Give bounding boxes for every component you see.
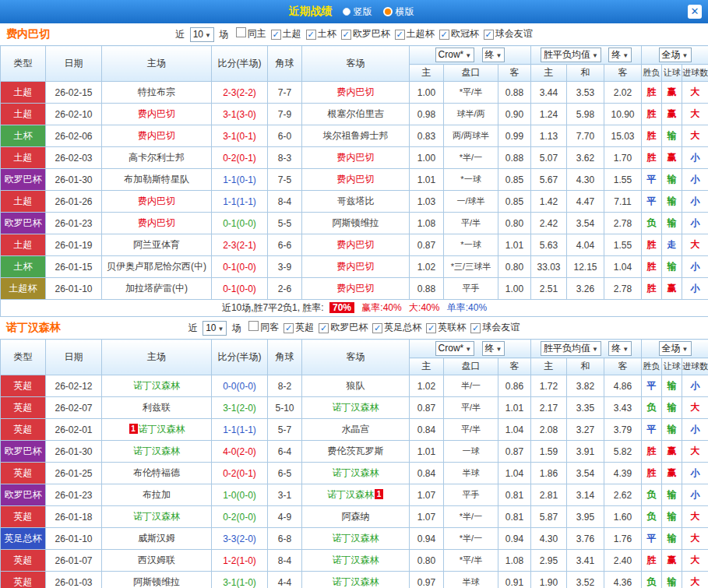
analyzed-team-link[interactable]: 诺丁汉森林 [133, 445, 180, 456]
opponent-team-link[interactable]: 布拉加 [143, 489, 171, 500]
analyzed-team-link[interactable]: 诺丁汉森林 [333, 402, 379, 413]
avg-select[interactable]: 胜平负均值▼ [541, 48, 601, 62]
analyzed-team-link[interactable]: 诺丁汉森林 [333, 555, 379, 565]
close-button[interactable]: ✕ [688, 5, 702, 19]
analyzed-team-link[interactable]: 诺丁汉森林 [133, 380, 180, 391]
games-count-select[interactable]: 10▼ [203, 321, 227, 336]
analyzed-team-link[interactable]: 诺丁汉森林 [327, 489, 374, 500]
sub-avg-draw: 和 [567, 358, 604, 375]
opponent-team-link[interactable]: 加拉塔萨雷(中) [125, 283, 188, 294]
result-goals: 大 [682, 125, 708, 147]
analyzed-team-link[interactable]: 费内巴切 [138, 195, 175, 206]
analyzed-team-link[interactable]: 诺丁汉森林 [139, 424, 185, 435]
avg-time-select[interactable]: 终▼ [608, 48, 632, 62]
filter-checkbox[interactable]: ✓土超杯 [395, 28, 435, 39]
filter-checkbox[interactable]: ✓土超 [271, 28, 301, 39]
opponent-team-link[interactable]: 特拉布宗 [138, 86, 175, 97]
layout-radio-vertical[interactable]: 竖版 [343, 5, 372, 19]
avg-draw-odds: 3.95 [567, 506, 604, 528]
opponent-team-link[interactable]: 贝伊奥卢耶尼恰尔西(中) [107, 261, 206, 272]
opponent-team-link[interactable]: 埃尔祖鲁姆士邦 [323, 130, 389, 141]
checkbox-checked-icon: ✓ [341, 30, 351, 40]
result-outcome: 胜 [642, 463, 662, 484]
match-date: 26-01-10 [46, 528, 102, 550]
radio-horizontal-label: 横版 [396, 5, 414, 19]
avg-time-select[interactable]: 终▼ [608, 341, 632, 356]
analyzed-team-link[interactable]: 费内巴切 [337, 86, 375, 97]
away-team-cell: 费内巴切 [302, 169, 410, 191]
result-handicap: 输 [662, 125, 682, 147]
bookmaker-select[interactable]: Crow*▼ [435, 341, 475, 356]
analyzed-team-link[interactable]: 费内巴切 [138, 108, 175, 119]
analyzed-team-link[interactable]: 费内巴切 [337, 239, 375, 250]
chevron-down-icon: ▼ [496, 346, 502, 353]
team1-filter-bar: 费内巴切 近 10▼ 场 同主✓土超✓土杯✓欧罗巴杯✓土超杯✓欧冠杯✓球会友谊 [0, 23, 708, 45]
filter-checkbox[interactable]: ✓欧冠杯 [439, 28, 479, 39]
opponent-team-link[interactable]: 水晶宫 [342, 424, 370, 435]
layout-radio-horizontal[interactable]: 横版 [383, 5, 414, 19]
opponent-team-link[interactable]: 费伦茨瓦罗斯 [328, 445, 384, 456]
filter-checkbox[interactable]: 同客 [248, 322, 279, 333]
match-date: 26-01-30 [46, 169, 102, 191]
analyzed-team-link[interactable]: 诺丁汉森林 [333, 467, 379, 478]
match-row: 土杯26-01-15贝伊奥卢耶尼恰尔西(中)0-1(0-0)3-9费内巴切1.0… [1, 256, 708, 278]
analyzed-team-link[interactable]: 费内巴切 [337, 261, 375, 272]
home-odds: 0.87 [410, 234, 444, 256]
odds-time-select[interactable]: 终▼ [482, 341, 505, 356]
opponent-team-link[interactable]: 西汉姆联 [138, 555, 175, 565]
filter-checkbox[interactable]: ✓英联杯 [426, 322, 466, 333]
away-team-cell: 诺丁汉森林 [302, 463, 410, 484]
sub-home-odds: 主 [410, 358, 444, 375]
opponent-team-link[interactable]: 高卡尔利士邦 [129, 152, 185, 163]
result-outcome: 平 [642, 419, 662, 441]
opponent-team-link[interactable]: 根塞尔伯里吉 [328, 108, 384, 119]
filter-checkbox[interactable]: ✓欧罗巴杯 [341, 28, 390, 39]
analyzed-team-link[interactable]: 诺丁汉森林 [333, 533, 379, 544]
filter-checkbox[interactable]: ✓欧罗巴杯 [319, 322, 368, 333]
match-date: 26-02-07 [46, 397, 102, 419]
corner-count: 8-3 [268, 147, 302, 169]
opponent-team-link[interactable]: 阿斯顿维拉 [133, 576, 180, 587]
col-type: 类型 [1, 340, 46, 375]
match-row: 欧罗巴杯26-01-30诺丁汉森林4-0(2-0)6-4费伦茨瓦罗斯1.01一球… [1, 441, 708, 463]
result-handicap: 输 [662, 375, 682, 397]
games-count-select[interactable]: 10▼ [190, 27, 214, 42]
opponent-team-link[interactable]: 利兹联 [143, 402, 171, 413]
fullmatch-select[interactable]: 全场▼ [659, 341, 692, 356]
odds-time-select[interactable]: 终▼ [482, 48, 505, 62]
filter-checkbox[interactable]: 同主 [236, 28, 266, 39]
fullmatch-select[interactable]: 全场▼ [659, 48, 692, 62]
filter-checkbox[interactable]: ✓英足总杯 [372, 322, 421, 333]
opponent-team-link[interactable]: 阿兰亚体育 [133, 239, 180, 250]
filter-checkbox[interactable]: ✓英超 [284, 322, 314, 333]
analyzed-team-link[interactable]: 诺丁汉森林 [133, 511, 180, 522]
avg-away-odds: 1.76 [604, 528, 642, 550]
opponent-team-link[interactable]: 狼队 [347, 380, 365, 391]
opponent-team-link[interactable]: 阿斯顿维拉 [333, 217, 379, 228]
avg-draw-odds: 3.53 [567, 82, 604, 104]
opponent-team-link[interactable]: 威斯汉姆 [138, 533, 175, 544]
filter-checkbox[interactable]: ✓土杯 [306, 28, 336, 39]
radio-vertical-label: 竖版 [354, 5, 372, 19]
analyzed-team-link[interactable]: 费内巴切 [138, 217, 175, 228]
avg-select[interactable]: 胜平负均值▼ [541, 341, 601, 356]
opponent-team-link[interactable]: 布伦特福德 [133, 467, 180, 478]
filter-checkbox[interactable]: ✓球会友谊 [470, 322, 520, 333]
analyzed-team-link[interactable]: 诺丁汉森林 [333, 576, 379, 587]
analyzed-team-link[interactable]: 费内巴切 [138, 130, 175, 141]
match-row: 土超26-01-26费内巴切1-1(1-1)8-4哥兹塔比1.03一/球半0.8… [1, 191, 708, 213]
filter-checkbox[interactable]: ✓球会友谊 [484, 28, 533, 39]
games-suffix: 场 [219, 28, 228, 39]
analyzed-team-link[interactable]: 费内巴切 [337, 174, 375, 185]
opponent-team-link[interactable]: 布加勒斯特星队 [124, 174, 189, 185]
home-odds: 1.03 [410, 191, 444, 213]
opponent-team-link[interactable]: 哥兹塔比 [337, 195, 375, 206]
result-handicap: 输 [662, 484, 682, 506]
opponent-team-link[interactable]: 阿森纳 [342, 511, 370, 522]
big-goals-rate: 大:40% [409, 302, 439, 313]
col-home: 主场 [102, 46, 212, 82]
analyzed-team-link[interactable]: 费内巴切 [337, 283, 375, 294]
league-badge: 英超 [1, 419, 46, 441]
bookmaker-select[interactable]: Crow*▼ [435, 48, 475, 62]
analyzed-team-link[interactable]: 费内巴切 [337, 152, 375, 163]
